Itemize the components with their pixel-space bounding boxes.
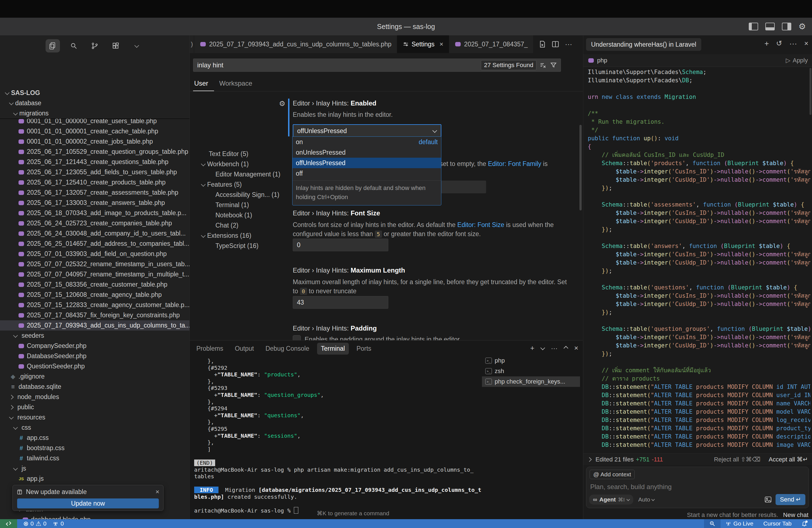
toc-item[interactable]: Workbench (1) — [202, 160, 249, 168]
tab-user[interactable]: User — [194, 79, 208, 87]
panel-tab-output[interactable]: Output — [231, 343, 258, 355]
problems-indicator[interactable]: ⊗0 ⚠0 — [23, 520, 46, 527]
toc-item[interactable]: Features (5) — [202, 181, 242, 188]
tree-item[interactable]: 2025_07_15_122833_create_agency_customer… — [0, 300, 190, 310]
tree-item[interactable]: QuestionSeeder.php — [0, 361, 190, 371]
padding-checkbox[interactable] — [293, 335, 301, 340]
ports-indicator[interactable]: 0 — [53, 520, 64, 527]
tree-item[interactable]: DatabaseSeeder.php — [0, 351, 190, 361]
tab-workspace[interactable]: Workspace — [219, 79, 252, 87]
model-selector[interactable]: Auto — [638, 496, 654, 503]
toc-item[interactable]: TypeScript (16) — [215, 242, 259, 250]
font-size-input[interactable]: 0 — [293, 239, 388, 251]
dropdown-option[interactable]: ondefault — [292, 137, 441, 147]
tree-item[interactable]: 2025_06_17_105529_create_question_groups… — [0, 147, 190, 157]
tree-item[interactable]: seeders — [0, 331, 190, 341]
toc-item[interactable]: Extensions (16) — [202, 232, 251, 239]
tree-item[interactable]: 2025_06_17_132057_create_assessments_tab… — [0, 188, 190, 198]
apply-button[interactable]: ▷ Apply — [786, 57, 808, 64]
folder-migrations[interactable]: migrations — [0, 108, 190, 118]
tree-item[interactable]: 2025_07_17_084357_fix_foreign_key_constr… — [0, 310, 190, 320]
agent-mode-selector[interactable]: ∞ Agent ⌘I — [589, 495, 633, 504]
terminal-dropdown-icon[interactable] — [540, 346, 545, 350]
settings-search[interactable]: inlay hint 27 Settings Found — [193, 59, 561, 72]
close-icon[interactable]: × — [804, 39, 808, 48]
tree-item[interactable]: js — [0, 464, 190, 474]
source-control-icon[interactable] — [88, 39, 102, 53]
close-icon[interactable]: × — [439, 40, 443, 48]
search-icon[interactable] — [67, 39, 81, 53]
go-live-button[interactable]: Go Live — [721, 520, 758, 527]
history-icon[interactable]: ↺ — [776, 39, 782, 48]
tree-item[interactable]: dashboard.blade.php — [0, 514, 190, 519]
tree-item[interactable]: 2025_07_17_093943_add_cus_ins_udp_column… — [0, 320, 190, 331]
cursor-tab-button[interactable]: Cursor Tab — [758, 520, 797, 527]
tree-item[interactable]: ◆.gitignore — [0, 371, 190, 382]
partial-tab[interactable]: ) — [190, 35, 194, 53]
toggle-right-sidebar-icon[interactable] — [782, 23, 791, 30]
add-context-chip[interactable]: @ Add context — [590, 470, 635, 479]
toc-item[interactable]: Chat (2) — [215, 222, 238, 229]
send-button[interactable]: Send ↵ — [775, 494, 806, 505]
close-panel-icon[interactable]: × — [574, 344, 578, 352]
font-size-link[interactable]: Editor: Font Size — [458, 221, 504, 229]
tree-item[interactable]: JSapp.js — [0, 474, 190, 484]
dropdown-option[interactable]: off — [292, 168, 441, 179]
toc-item[interactable]: Editor Management (1) — [215, 171, 280, 178]
tree-item[interactable]: CompanySeeder.php — [0, 341, 190, 351]
tree-item[interactable]: 2025_07_07_040957_rename_timestamp_in_mu… — [0, 269, 190, 279]
toc-item[interactable]: Accessibility Sign... (1) — [215, 191, 279, 199]
tree-item[interactable]: 2025_06_17_123055_add_fields_to_users_ta… — [0, 167, 190, 177]
tree-item[interactable]: 0001_01_01_000001_create_cache_table.php — [0, 126, 190, 136]
tree-item[interactable]: 2025_06_17_121443_create_questions_table… — [0, 157, 190, 167]
tree-item[interactable]: public — [0, 402, 190, 412]
tree-item[interactable]: 2025_06_25_014657_add_address_to_compani… — [0, 239, 190, 249]
toc-item[interactable]: Text Editor (5) — [209, 150, 248, 158]
tree-item[interactable]: #tailwind.css — [0, 453, 190, 464]
tree-item[interactable]: #bootstrap.css — [0, 443, 190, 453]
chevron-down-icon[interactable] — [130, 39, 144, 53]
more-actions-icon[interactable]: ··· — [565, 40, 572, 48]
close-icon[interactable]: × — [156, 488, 159, 496]
new-chat-icon[interactable]: + — [765, 39, 769, 48]
tree-item[interactable]: 2025_07_15_083356_create_customer_table.… — [0, 279, 190, 290]
reject-all-button[interactable]: Reject all ⇧⌘⌫ — [714, 456, 760, 463]
tree-item[interactable]: 2025_06_17_125410_create_products_table.… — [0, 177, 190, 188]
scrollbar[interactable] — [810, 68, 811, 115]
toc-item[interactable]: Notebook (1) — [215, 211, 252, 219]
update-now-button[interactable]: Update now — [17, 498, 159, 509]
font-family-link[interactable]: Editor: Font Family — [488, 160, 541, 167]
enabled-dropdown[interactable]: offUnlessPressed — [293, 124, 441, 137]
tree-item[interactable]: #app.css — [0, 433, 190, 443]
project-root[interactable]: SAS-LOG — [0, 88, 190, 98]
panel-tab-ports[interactable]: Ports — [353, 343, 375, 355]
more-icon[interactable]: ··· — [789, 39, 797, 48]
tree-item[interactable]: resources — [0, 412, 190, 423]
extensions-icon[interactable] — [108, 39, 123, 53]
tab-migration-093943[interactable]: 2025_07_17_093943_add_cus_ins_udp_column… — [194, 35, 397, 53]
tree-item[interactable]: 0001_01_01_000002_create_jobs_table.php — [0, 136, 190, 147]
notifications-bell-icon[interactable] — [797, 520, 812, 527]
max-length-input[interactable]: 43 — [293, 296, 388, 309]
tree-item[interactable]: 2025_07_01_033903_add_field_on_question.… — [0, 249, 190, 259]
toggle-panel-icon[interactable] — [765, 23, 775, 30]
terminal-session[interactable]: >_zsh — [482, 366, 580, 377]
tab-migration-084357[interactable]: 2025_07_17_084357_ — [449, 35, 533, 53]
code-block[interactable]: Illuminate\Support\Facades\Schema;Illumi… — [588, 68, 810, 453]
tree-item[interactable]: css — [0, 423, 190, 433]
folder-database[interactable]: database — [0, 98, 190, 108]
more-icon[interactable]: ··· — [551, 344, 557, 352]
zoom-icon[interactable] — [704, 519, 721, 528]
panel-tab-terminal[interactable]: Terminal — [317, 343, 349, 355]
open-preview-icon[interactable] — [539, 41, 546, 48]
split-editor-icon[interactable] — [552, 41, 559, 47]
clear-filters-icon[interactable] — [540, 62, 546, 69]
tree-item[interactable]: 2025_06_18_070343_add_image_to_products_… — [0, 208, 190, 218]
dropdown-option[interactable]: onUnlessPressed — [292, 147, 441, 158]
scrollbar[interactable] — [579, 125, 582, 210]
dropdown-option[interactable]: offUnlessPressed — [292, 158, 441, 168]
image-icon[interactable] — [765, 496, 772, 503]
filter-icon[interactable] — [550, 62, 557, 69]
toc-item[interactable]: Terminal (1) — [215, 201, 249, 209]
explorer-icon[interactable] — [46, 39, 60, 53]
